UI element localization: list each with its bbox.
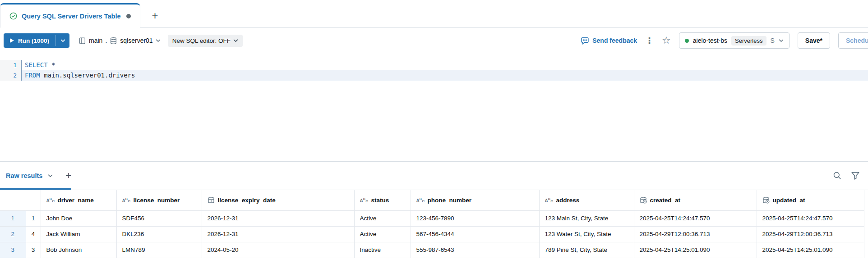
query-tab-title: Query SQL Server Drivers Table (22, 13, 121, 20)
cell-created-at[interactable]: 2025-04-29T12:00:36.713 (634, 226, 757, 242)
cell-license-expiry-date[interactable]: 2026-12-31 (202, 226, 354, 242)
database-icon (110, 37, 117, 45)
search-results-icon[interactable] (833, 171, 842, 180)
cell-license-expiry-date[interactable]: 2024-05-20 (202, 242, 354, 258)
active-results-tab-indicator (0, 188, 71, 190)
send-feedback-link[interactable]: Send feedback (581, 36, 637, 45)
column-header-updated-at[interactable]: updated_at (757, 190, 864, 210)
query-toolbar: Run (1000) main . sqlserver01 New SQL ed… (0, 28, 868, 53)
catalog-name: main (89, 37, 102, 44)
line-number: 2 (0, 70, 22, 81)
cell-license-number[interactable]: LMN789 (116, 242, 202, 258)
query-saved-check-icon (9, 12, 17, 20)
play-icon (10, 38, 14, 43)
toolbar-right-group: Send feedback ⋮ ☆ aielo-test-bs Serverle… (581, 32, 868, 49)
results-panel-header: Raw results + (0, 161, 868, 190)
warehouse-selector[interactable]: aielo-test-bs Serverless S (679, 32, 790, 49)
string-type-icon (545, 197, 553, 204)
chevron-down-icon (156, 39, 161, 42)
column-header-phone-number[interactable]: phone_number (411, 190, 539, 210)
sql-text: * (48, 61, 55, 68)
row-number-header (0, 190, 26, 210)
cell-phone-number[interactable]: 123-456-7890 (411, 210, 539, 226)
id-column-header (26, 190, 41, 210)
id-cell[interactable]: 1 (26, 210, 41, 226)
row-number-cell[interactable]: 2 (0, 226, 26, 242)
query-tab[interactable]: Query SQL Server Drivers Table (0, 3, 140, 28)
more-options-kebab-icon[interactable]: ⋮ (645, 36, 654, 45)
favorite-star-icon[interactable]: ☆ (662, 36, 671, 46)
cell-address[interactable]: 123 Water St, City, State (539, 226, 634, 242)
cell-phone-number[interactable]: 555-987-6543 (411, 242, 539, 258)
chevron-down-icon (48, 174, 53, 178)
schedule-button-label: Schedule (846, 37, 868, 44)
id-cell[interactable]: 3 (26, 242, 41, 258)
sql-keyword: FROM (25, 72, 40, 79)
timestamp-type-icon (640, 196, 647, 204)
code-line-2[interactable]: 2 FROM main.sqlserver01.drivers (0, 70, 868, 81)
send-feedback-label: Send feedback (592, 37, 637, 44)
line-number: 1 (0, 60, 22, 70)
cell-license-number[interactable]: DKL236 (116, 226, 202, 242)
new-tab-button[interactable]: + (152, 10, 158, 21)
raw-results-label: Raw results (6, 172, 42, 179)
string-type-icon (122, 197, 130, 204)
feedback-bubble-icon (581, 36, 589, 45)
column-header-status[interactable]: status (354, 190, 411, 210)
cell-created-at[interactable]: 2025-04-25T14:24:47.570 (634, 210, 757, 226)
cell-created-at[interactable]: 2025-04-25T14:25:01.090 (634, 242, 757, 258)
string-type-icon (416, 197, 425, 204)
chevron-down-icon (233, 39, 238, 42)
run-button-label: Run (1000) (18, 37, 49, 44)
schema-name: sqlserver01 (120, 37, 152, 44)
sql-editor[interactable]: 1 SELECT * 2 FROM main.sqlserver01.drive… (0, 53, 868, 161)
add-visualization-button[interactable]: + (65, 171, 71, 181)
cell-status[interactable]: Active (354, 210, 411, 226)
row-number-cell[interactable]: 1 (0, 210, 26, 226)
run-options-caret[interactable] (56, 33, 69, 48)
chevron-down-icon (779, 39, 784, 42)
cell-driver-name[interactable]: Bob Johnson (41, 242, 116, 258)
filter-results-icon[interactable] (851, 171, 860, 180)
code-line-1[interactable]: 1 SELECT * (0, 60, 868, 70)
catalog-schema-selector[interactable]: main . sqlserver01 (78, 37, 161, 45)
catalog-icon (78, 37, 86, 45)
column-header-created-at[interactable]: created_at (634, 190, 757, 210)
cell-status[interactable]: Active (354, 226, 411, 242)
cell-updated-at[interactable]: 2025-04-29T12:00:36.713 (757, 226, 864, 242)
warehouse-size: S (771, 37, 775, 44)
sql-text: main.sqlserver01.drivers (40, 72, 135, 79)
cell-address[interactable]: 789 Pine St, City, State (539, 242, 634, 258)
new-sql-editor-label: New SQL editor: OFF (172, 37, 231, 44)
column-header-driver-name[interactable]: driver_name (41, 190, 116, 210)
cell-license-number[interactable]: SDF456 (116, 210, 202, 226)
cell-updated-at[interactable]: 2025-04-25T14:25:01.090 (757, 242, 864, 258)
column-header-license-expiry-date[interactable]: license_expiry_date (202, 190, 354, 210)
cell-status[interactable]: Inactive (354, 242, 411, 258)
string-type-icon (46, 197, 55, 204)
unsaved-changes-dot (126, 14, 131, 18)
column-header-address[interactable]: address (539, 190, 634, 210)
warehouse-status-dot (685, 39, 689, 43)
column-header-license-number[interactable]: license_number (116, 190, 202, 210)
table-row: 1 1 John Doe SDF456 2026-12-31 Active 12… (0, 210, 864, 226)
save-button[interactable]: Save* (798, 32, 830, 49)
schedule-button[interactable]: Schedule (838, 32, 868, 49)
cell-address[interactable]: 123 Main St, City, State (539, 210, 634, 226)
warehouse-tier-chip: Serverless (731, 36, 766, 46)
cell-phone-number[interactable]: 567-456-4344 (411, 226, 539, 242)
cell-driver-name[interactable]: Jack William (41, 226, 116, 242)
row-number-cell[interactable]: 3 (0, 242, 26, 258)
save-button-label: Save* (805, 37, 822, 44)
id-cell[interactable]: 4 (26, 226, 41, 242)
cell-license-expiry-date[interactable]: 2026-12-31 (202, 210, 354, 226)
raw-results-tab[interactable]: Raw results (6, 172, 53, 179)
warehouse-name: aielo-test-bs (693, 37, 727, 44)
cell-driver-name[interactable]: John Doe (41, 210, 116, 226)
table-header-row: driver_name license_number license_expir… (0, 190, 864, 210)
run-button[interactable]: Run (1000) (4, 33, 69, 48)
cell-updated-at[interactable]: 2025-04-25T14:24:47.570 (757, 210, 864, 226)
table-row: 3 3 Bob Johnson LMN789 2024-05-20 Inacti… (0, 242, 864, 258)
new-sql-editor-toggle[interactable]: New SQL editor: OFF (168, 35, 243, 47)
table-row: 2 4 Jack William DKL236 2026-12-31 Activ… (0, 226, 864, 242)
